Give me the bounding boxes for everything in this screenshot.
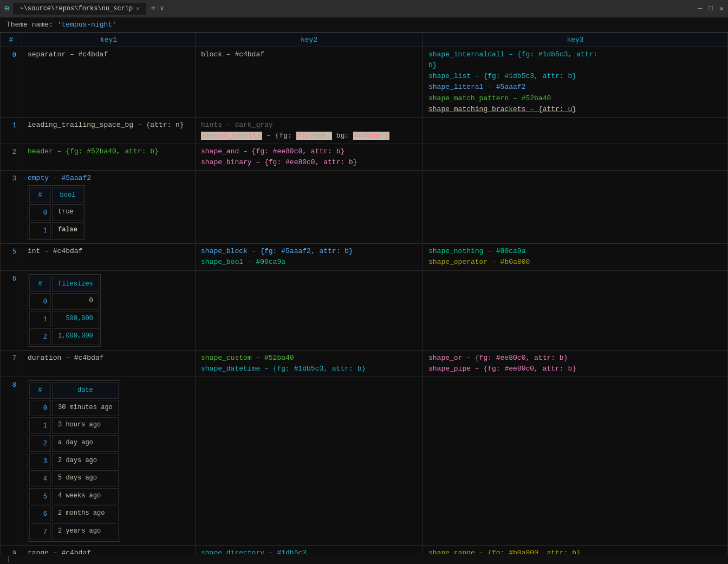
- row-6-key1: # filesizes 0 0 1 500,000: [22, 270, 196, 350]
- table-row: 1 leading_trailing_space_bg – {attr: n} …: [1, 117, 728, 144]
- row-num: 5: [1, 244, 22, 270]
- row-6-key2: [196, 270, 423, 350]
- row-2-key3: [423, 144, 728, 171]
- titlebar: ⊞ ~\source\repos\forks\nu_scrip ✕ + ∨ — …: [0, 0, 728, 17]
- col-header-key3: key3: [423, 33, 728, 47]
- maximize-button[interactable]: □: [708, 4, 713, 13]
- row-0-key3: shape_internalcall – {fg: #1db5c3, attr:…: [423, 47, 728, 118]
- row-3-key1: empty – #5aaaf2 # bool 0 true: [22, 171, 196, 244]
- theme-name-value: 'tempus-night': [57, 21, 116, 29]
- col-header-key2: key2: [196, 33, 423, 47]
- tab-label: ~\source\repos\forks\nu_scrip: [20, 5, 133, 12]
- row-num: 2: [1, 144, 22, 171]
- row-3-key3: [423, 171, 728, 244]
- row-8-key1: # date 0 30 minutes ago 1 3 hours: [22, 377, 196, 545]
- inner-col-date: date: [52, 382, 119, 399]
- main-content[interactable]: # key1 key2 key3 0 separator – #c4bdaf b…: [0, 33, 728, 562]
- cursor-indicator: |: [6, 555, 10, 563]
- row-2-key2: shape_and – {fg: #ee80c0, attr: b} shape…: [196, 144, 423, 171]
- table-row: 7 duration – #c4bdaf shape_custom – #52b…: [1, 350, 728, 377]
- tab-close-button[interactable]: ✕: [136, 5, 140, 12]
- table-row: 0 separator – #c4bdaf block – #c4bdaf sh…: [1, 47, 728, 118]
- row-7-key3: shape_or – {fg: #ee80c0, attr: b} shape_…: [423, 350, 728, 377]
- active-tab[interactable]: ~\source\repos\forks\nu_scrip ✕: [13, 3, 146, 15]
- row-5-key1: int – #c4bdaf: [22, 244, 196, 270]
- col-header-key1: key1: [22, 33, 196, 47]
- inner-col-hash: #: [29, 276, 51, 293]
- row-6-key3: [423, 270, 728, 350]
- row-1-key1: leading_trailing_space_bg – {attr: n}: [22, 117, 196, 144]
- row-7-key1: duration – #c4bdaf: [22, 350, 196, 377]
- row-num: 6: [1, 270, 22, 350]
- tab-dropdown-button[interactable]: ∨: [160, 4, 164, 12]
- row-0-key1: separator – #c4bdaf: [22, 47, 196, 118]
- row-2-key1: header – {fg: #52ba40, attr: b}: [22, 144, 196, 171]
- inner-col-hash: #: [29, 187, 51, 204]
- row-num: 1: [1, 117, 22, 144]
- row-8-key3: [423, 377, 728, 545]
- table-row: 8 # date 0 30 minutes: [1, 377, 728, 545]
- inner-bool-table: # bool 0 true 1 false: [28, 185, 85, 241]
- data-table: # key1 key2 key3 0 separator – #c4bdaf b…: [0, 33, 728, 562]
- row-1-key3: [423, 117, 728, 144]
- cursor-line: |: [0, 554, 728, 564]
- row-num: 3: [1, 171, 22, 244]
- row-num: 0: [1, 47, 22, 118]
- inner-col-filesizes: filesizes: [52, 276, 99, 293]
- row-0-key2: block – #c4bdaf: [196, 47, 423, 118]
- row-7-key2: shape_custom – #52ba40 shape_datetime – …: [196, 350, 423, 377]
- minimize-button[interactable]: —: [698, 4, 703, 13]
- row-1-key2: hints – dark_gray search_results – {fg: …: [196, 117, 423, 144]
- table-row: 2 header – {fg: #52ba40, attr: b} shape_…: [1, 144, 728, 171]
- inner-filesizes-table: # filesizes 0 0 1 500,000: [28, 274, 101, 347]
- theme-line: Theme name: 'tempus-night': [0, 17, 728, 33]
- row-5-key3: shape_nothing – #00ca9a shape_operator –…: [423, 244, 728, 270]
- row-num: 8: [1, 377, 22, 545]
- table-row: 6 # filesizes 0 0: [1, 270, 728, 350]
- new-tab-button[interactable]: +: [151, 4, 156, 14]
- row-3-key2: [196, 171, 423, 244]
- table-row: 3 empty – #5aaaf2 # bool 0: [1, 171, 728, 244]
- row-num: 7: [1, 350, 22, 377]
- table-row: 5 int – #c4bdaf shape_block – {fg: #5aaa…: [1, 244, 728, 270]
- close-button[interactable]: ✕: [719, 4, 724, 13]
- inner-date-table: # date 0 30 minutes ago 1 3 hours: [28, 380, 120, 541]
- row-5-key2: shape_block – {fg: #5aaaf2, attr: b} sha…: [196, 244, 423, 270]
- inner-col-hash: #: [29, 382, 51, 399]
- row-8-key2: [196, 377, 423, 545]
- col-header-num: #: [1, 33, 22, 47]
- window-controls: — □ ✕: [698, 4, 724, 13]
- inner-col-bool: bool: [52, 187, 83, 204]
- terminal-icon: ⊞: [4, 4, 9, 13]
